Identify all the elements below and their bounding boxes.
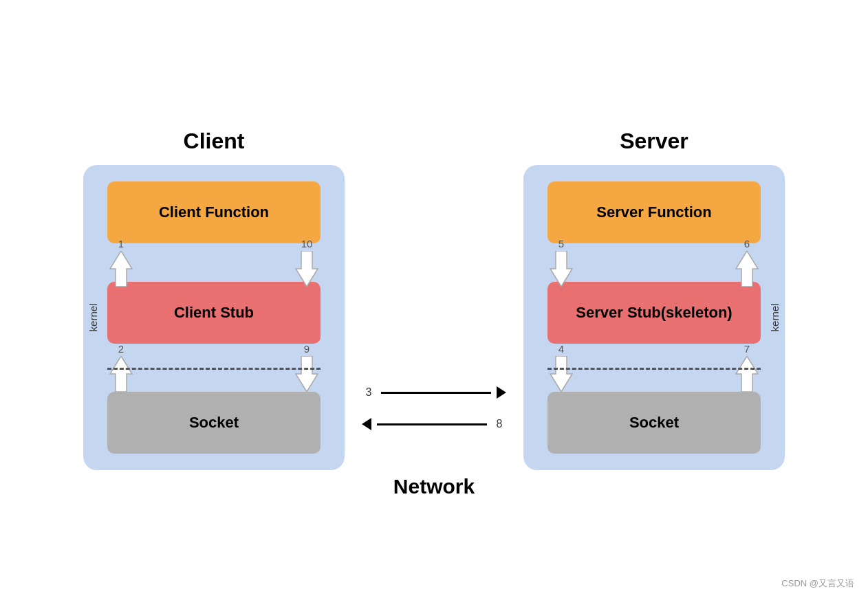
network-section: 3 8 Network: [345, 86, 523, 512]
client-stub-box: Client Stub: [107, 282, 321, 344]
server-arrow-5: 5: [547, 238, 575, 287]
network-arrow-8: 8: [362, 418, 506, 430]
network-label: Network: [393, 475, 475, 498]
svg-marker-2: [110, 356, 132, 392]
diagram-container: Client kernel Client Function 1 10: [21, 17, 847, 581]
step5-label: 5: [558, 238, 564, 250]
down-arrow-6: [733, 251, 761, 287]
server-stub-box: Server Stub (skeleton): [547, 282, 761, 344]
step4-label: 4: [558, 343, 564, 355]
network-arrow-3: 3: [362, 386, 506, 399]
server-title: Server: [620, 129, 688, 154]
svg-marker-7: [736, 356, 758, 392]
up-arrow-10: [293, 251, 321, 287]
client-function-box: Client Function: [107, 181, 321, 243]
server-function-box: Server Function: [547, 181, 761, 243]
watermark: CSDN @又言又语: [781, 577, 854, 590]
server-socket-box: Socket: [547, 392, 761, 454]
step3-label: 3: [362, 386, 376, 399]
down-arrow-1: [107, 251, 135, 287]
client-panel: kernel Client Function 1 10: [83, 165, 345, 470]
client-arrow-1: 1: [107, 238, 135, 287]
arrow3-line: [381, 392, 491, 394]
server-arrow-row-5-6: 5 6: [547, 243, 761, 282]
svg-marker-0: [110, 251, 132, 287]
svg-marker-4: [550, 251, 572, 287]
client-arrow-row-1-10: 1 10: [107, 243, 321, 282]
step8-label: 8: [492, 418, 506, 430]
client-socket-box: Socket: [107, 392, 321, 454]
step6-label: 6: [744, 238, 750, 250]
arrow3-head: [497, 386, 506, 399]
server-arrow-6: 6: [733, 238, 761, 287]
svg-marker-5: [736, 251, 758, 287]
client-side: Client kernel Client Function 1 10: [83, 129, 345, 470]
arrow8-head: [362, 418, 371, 430]
client-kernel-label: kernel: [87, 303, 99, 331]
server-side: Server kernel Server Function 5 6: [523, 129, 785, 470]
step10-label: 10: [301, 238, 313, 250]
up-arrow-5: [547, 251, 575, 287]
step2-label: 2: [118, 343, 124, 355]
server-panel: kernel Server Function 5 6: [523, 165, 785, 470]
up-arrow-4: [547, 356, 575, 392]
svg-marker-6: [550, 356, 572, 392]
client-arrow-10: 10: [293, 238, 321, 287]
down-arrow-7: [733, 356, 761, 392]
step9-label: 9: [304, 343, 310, 355]
step1-label: 1: [118, 238, 124, 250]
server-kernel-label: kernel: [769, 303, 781, 331]
client-title: Client: [184, 129, 245, 154]
svg-marker-3: [296, 356, 318, 392]
arrow8-line: [377, 423, 487, 425]
up-arrow-9: [293, 356, 321, 392]
svg-marker-1: [296, 251, 318, 287]
step7-label: 7: [744, 343, 750, 355]
down-arrow-2: [107, 356, 135, 392]
